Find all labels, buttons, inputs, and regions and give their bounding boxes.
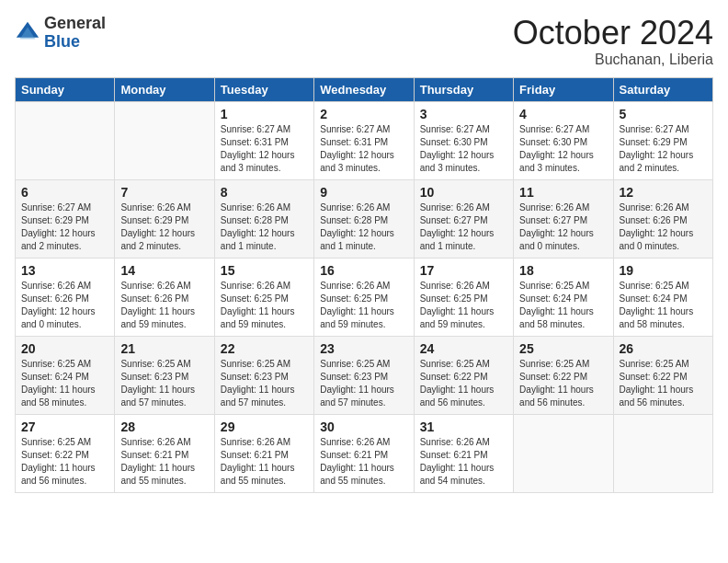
day-info: Sunrise: 6:27 AM Sunset: 6:29 PM Dayligh… xyxy=(620,123,707,175)
day-number: 17 xyxy=(420,263,507,278)
day-info: Sunrise: 6:25 AM Sunset: 6:22 PM Dayligh… xyxy=(420,358,507,409)
day-info: Sunrise: 6:26 AM Sunset: 6:21 PM Dayligh… xyxy=(420,436,507,488)
day-number: 21 xyxy=(120,341,208,356)
day-number: 3 xyxy=(420,107,507,121)
day-number: 30 xyxy=(320,419,407,434)
day-info: Sunrise: 6:26 AM Sunset: 6:26 PM Dayligh… xyxy=(21,280,108,331)
calendar-cell: 8Sunrise: 6:26 AM Sunset: 6:28 PM Daylig… xyxy=(214,179,313,258)
weekday-header-saturday: Saturday xyxy=(613,77,712,101)
calendar-cell: 1Sunrise: 6:27 AM Sunset: 6:31 PM Daylig… xyxy=(214,101,313,179)
day-number: 20 xyxy=(21,341,108,356)
calendar-cell xyxy=(514,414,613,492)
calendar-cell: 16Sunrise: 6:26 AM Sunset: 6:25 PM Dayli… xyxy=(314,258,414,336)
weekday-header-friday: Friday xyxy=(514,77,613,101)
day-number: 13 xyxy=(21,263,108,278)
calendar-week-row: 20Sunrise: 6:25 AM Sunset: 6:24 PM Dayli… xyxy=(16,336,713,414)
logo-general-text: General xyxy=(44,15,106,33)
calendar-cell: 26Sunrise: 6:25 AM Sunset: 6:22 PM Dayli… xyxy=(613,336,712,414)
day-info: Sunrise: 6:25 AM Sunset: 6:23 PM Dayligh… xyxy=(221,358,308,409)
month-title: October 2024 xyxy=(513,15,713,52)
calendar-cell: 19Sunrise: 6:25 AM Sunset: 6:24 PM Dayli… xyxy=(613,258,712,336)
location-title: Buchanan, Liberia xyxy=(513,52,713,68)
day-number: 5 xyxy=(620,107,707,121)
day-number: 14 xyxy=(120,263,208,278)
day-number: 15 xyxy=(221,263,308,278)
calendar-cell: 6Sunrise: 6:27 AM Sunset: 6:29 PM Daylig… xyxy=(16,179,115,258)
calendar-week-row: 6Sunrise: 6:27 AM Sunset: 6:29 PM Daylig… xyxy=(16,179,713,258)
day-info: Sunrise: 6:26 AM Sunset: 6:21 PM Dayligh… xyxy=(320,436,407,488)
day-number: 25 xyxy=(519,341,607,356)
day-info: Sunrise: 6:26 AM Sunset: 6:28 PM Dayligh… xyxy=(320,201,407,253)
day-info: Sunrise: 6:25 AM Sunset: 6:24 PM Dayligh… xyxy=(620,280,707,331)
calendar-cell: 4Sunrise: 6:27 AM Sunset: 6:30 PM Daylig… xyxy=(514,101,613,179)
day-number: 19 xyxy=(620,263,707,278)
day-info: Sunrise: 6:26 AM Sunset: 6:26 PM Dayligh… xyxy=(620,201,707,253)
weekday-header-wednesday: Wednesday xyxy=(314,77,414,101)
calendar-cell: 27Sunrise: 6:25 AM Sunset: 6:22 PM Dayli… xyxy=(16,414,115,492)
calendar-cell xyxy=(115,101,214,179)
day-number: 2 xyxy=(320,107,407,121)
day-number: 9 xyxy=(320,185,407,200)
calendar-cell: 20Sunrise: 6:25 AM Sunset: 6:24 PM Dayli… xyxy=(16,336,115,414)
weekday-header-tuesday: Tuesday xyxy=(214,77,313,101)
calendar-cell: 13Sunrise: 6:26 AM Sunset: 6:26 PM Dayli… xyxy=(16,258,115,336)
day-info: Sunrise: 6:26 AM Sunset: 6:28 PM Dayligh… xyxy=(221,201,308,253)
calendar-week-row: 13Sunrise: 6:26 AM Sunset: 6:26 PM Dayli… xyxy=(16,258,713,336)
day-number: 27 xyxy=(21,419,108,434)
day-info: Sunrise: 6:25 AM Sunset: 6:24 PM Dayligh… xyxy=(519,280,607,331)
calendar-week-row: 27Sunrise: 6:25 AM Sunset: 6:22 PM Dayli… xyxy=(16,414,713,492)
day-info: Sunrise: 6:27 AM Sunset: 6:31 PM Dayligh… xyxy=(320,123,407,175)
day-number: 6 xyxy=(21,185,108,200)
day-info: Sunrise: 6:26 AM Sunset: 6:21 PM Dayligh… xyxy=(120,436,208,488)
calendar-body: 1Sunrise: 6:27 AM Sunset: 6:31 PM Daylig… xyxy=(16,101,713,492)
day-info: Sunrise: 6:27 AM Sunset: 6:31 PM Dayligh… xyxy=(221,123,308,175)
calendar-table: SundayMondayTuesdayWednesdayThursdayFrid… xyxy=(15,77,713,493)
calendar-cell: 7Sunrise: 6:26 AM Sunset: 6:29 PM Daylig… xyxy=(115,179,214,258)
day-number: 26 xyxy=(620,341,707,356)
day-info: Sunrise: 6:25 AM Sunset: 6:23 PM Dayligh… xyxy=(120,358,208,409)
day-info: Sunrise: 6:25 AM Sunset: 6:22 PM Dayligh… xyxy=(21,436,108,488)
weekday-header-row: SundayMondayTuesdayWednesdayThursdayFrid… xyxy=(16,77,713,101)
day-number: 4 xyxy=(519,107,607,121)
day-info: Sunrise: 6:26 AM Sunset: 6:25 PM Dayligh… xyxy=(221,280,308,331)
day-number: 24 xyxy=(420,341,507,356)
day-number: 28 xyxy=(120,419,208,434)
day-number: 11 xyxy=(519,185,607,200)
calendar-cell xyxy=(613,414,712,492)
weekday-header-monday: Monday xyxy=(115,77,214,101)
page-header: General Blue October 2024 Buchanan, Libe… xyxy=(15,15,713,68)
calendar-cell: 14Sunrise: 6:26 AM Sunset: 6:26 PM Dayli… xyxy=(115,258,214,336)
calendar-cell: 31Sunrise: 6:26 AM Sunset: 6:21 PM Dayli… xyxy=(414,414,513,492)
day-number: 1 xyxy=(221,107,308,121)
day-number: 29 xyxy=(221,419,308,434)
day-number: 10 xyxy=(420,185,507,200)
calendar-cell: 24Sunrise: 6:25 AM Sunset: 6:22 PM Dayli… xyxy=(414,336,513,414)
day-info: Sunrise: 6:26 AM Sunset: 6:25 PM Dayligh… xyxy=(320,280,407,331)
calendar-cell xyxy=(16,101,115,179)
calendar-week-row: 1Sunrise: 6:27 AM Sunset: 6:31 PM Daylig… xyxy=(16,101,713,179)
weekday-header-sunday: Sunday xyxy=(16,77,115,101)
day-info: Sunrise: 6:26 AM Sunset: 6:27 PM Dayligh… xyxy=(519,201,607,253)
calendar-cell: 9Sunrise: 6:26 AM Sunset: 6:28 PM Daylig… xyxy=(314,179,414,258)
day-number: 22 xyxy=(221,341,308,356)
calendar-cell: 18Sunrise: 6:25 AM Sunset: 6:24 PM Dayli… xyxy=(514,258,613,336)
day-number: 18 xyxy=(519,263,607,278)
calendar-cell: 10Sunrise: 6:26 AM Sunset: 6:27 PM Dayli… xyxy=(414,179,513,258)
day-info: Sunrise: 6:25 AM Sunset: 6:22 PM Dayligh… xyxy=(519,358,607,409)
calendar-header: SundayMondayTuesdayWednesdayThursdayFrid… xyxy=(16,77,713,101)
calendar-cell: 12Sunrise: 6:26 AM Sunset: 6:26 PM Dayli… xyxy=(613,179,712,258)
calendar-cell: 5Sunrise: 6:27 AM Sunset: 6:29 PM Daylig… xyxy=(613,101,712,179)
day-number: 12 xyxy=(620,185,707,200)
day-info: Sunrise: 6:27 AM Sunset: 6:30 PM Dayligh… xyxy=(519,123,607,175)
weekday-header-thursday: Thursday xyxy=(414,77,513,101)
calendar-cell: 28Sunrise: 6:26 AM Sunset: 6:21 PM Dayli… xyxy=(115,414,214,492)
logo-icon xyxy=(15,20,40,46)
calendar-cell: 15Sunrise: 6:26 AM Sunset: 6:25 PM Dayli… xyxy=(214,258,313,336)
day-info: Sunrise: 6:27 AM Sunset: 6:30 PM Dayligh… xyxy=(420,123,507,175)
day-info: Sunrise: 6:26 AM Sunset: 6:26 PM Dayligh… xyxy=(120,280,208,331)
calendar-cell: 2Sunrise: 6:27 AM Sunset: 6:31 PM Daylig… xyxy=(314,101,414,179)
calendar-cell: 11Sunrise: 6:26 AM Sunset: 6:27 PM Dayli… xyxy=(514,179,613,258)
day-number: 16 xyxy=(320,263,407,278)
day-info: Sunrise: 6:26 AM Sunset: 6:27 PM Dayligh… xyxy=(420,201,507,253)
title-area: October 2024 Buchanan, Liberia xyxy=(513,15,713,68)
